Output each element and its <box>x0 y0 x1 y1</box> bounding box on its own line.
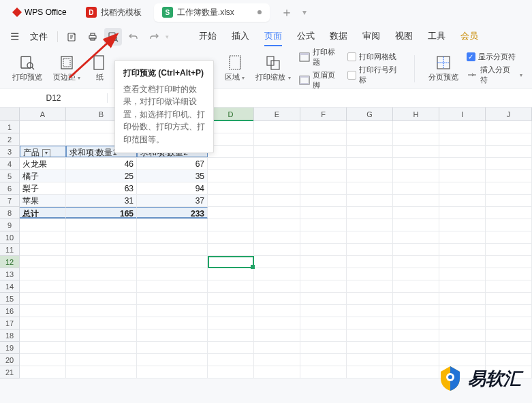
cell[interactable] <box>300 146 347 157</box>
cell[interactable] <box>208 158 254 170</box>
tab-tools[interactable]: 工具 <box>428 27 445 46</box>
cell[interactable] <box>208 219 254 231</box>
cell[interactable]: 产品▾ <box>20 146 66 157</box>
filter-dropdown-icon[interactable]: ▾ <box>42 149 50 157</box>
cell[interactable] <box>439 317 486 329</box>
cell[interactable] <box>66 280 137 292</box>
cells-area[interactable]: 产品▾求和项:数量1求和项:数量2火龙果4667橘子2535梨子6394苹果31… <box>20 121 532 378</box>
cell[interactable] <box>347 366 393 378</box>
cell[interactable]: 233 <box>137 207 208 219</box>
col-header-A[interactable]: A <box>20 108 66 120</box>
cell[interactable] <box>20 329 66 341</box>
row-header-15[interactable]: 15 <box>0 293 19 305</box>
cell[interactable]: 火龙果 <box>20 158 66 170</box>
tab-page-layout[interactable]: 页面 <box>264 27 282 46</box>
cell[interactable] <box>300 231 347 243</box>
cell[interactable] <box>393 207 439 219</box>
row-header-21[interactable]: 21 <box>0 366 19 378</box>
cell[interactable] <box>137 268 208 280</box>
cell[interactable] <box>208 121 254 133</box>
tab-insert[interactable]: 插入 <box>232 27 249 46</box>
tab-home[interactable]: 开始 <box>199 27 217 46</box>
cell[interactable] <box>20 268 66 280</box>
cell[interactable] <box>254 244 300 255</box>
row-header-5[interactable]: 5 <box>0 170 19 182</box>
cell[interactable] <box>393 342 439 353</box>
cell[interactable] <box>439 207 486 219</box>
cell[interactable] <box>300 219 347 231</box>
cell[interactable] <box>137 256 208 268</box>
spreadsheet-grid[interactable]: ABCDEFGHIJ 12345678910111213141516171819… <box>0 108 532 378</box>
cell[interactable] <box>439 219 486 231</box>
cell[interactable] <box>300 280 347 292</box>
cell[interactable] <box>347 293 393 304</box>
cell[interactable] <box>347 354 393 366</box>
cell[interactable] <box>208 268 254 280</box>
cell[interactable] <box>254 280 300 292</box>
cell[interactable]: 165 <box>66 207 137 219</box>
cell[interactable] <box>208 305 254 317</box>
cell[interactable] <box>137 244 208 255</box>
cell[interactable] <box>347 342 393 353</box>
cell[interactable] <box>347 170 393 182</box>
cell[interactable] <box>208 329 254 341</box>
cell[interactable] <box>208 342 254 353</box>
cell[interactable]: 67 <box>137 158 208 170</box>
col-header-F[interactable]: F <box>300 108 347 120</box>
cell[interactable] <box>393 268 439 280</box>
cell[interactable] <box>254 133 300 145</box>
row-header-10[interactable]: 10 <box>0 231 19 244</box>
cell[interactable] <box>137 342 208 353</box>
cell[interactable]: 94 <box>137 182 208 194</box>
cell[interactable] <box>254 207 300 219</box>
row-header-16[interactable]: 16 <box>0 305 19 317</box>
cell[interactable] <box>254 293 300 304</box>
cell[interactable]: 橘子 <box>20 170 66 182</box>
cell[interactable] <box>66 268 137 280</box>
cell[interactable] <box>254 121 300 133</box>
cell[interactable] <box>20 244 66 255</box>
cell[interactable] <box>254 268 300 280</box>
cell[interactable] <box>20 280 66 292</box>
cell[interactable] <box>254 195 300 206</box>
cell[interactable] <box>439 354 486 366</box>
cell[interactable] <box>486 293 532 304</box>
cell[interactable] <box>486 317 532 329</box>
cell[interactable] <box>347 207 393 219</box>
row-header-20[interactable]: 20 <box>0 354 19 366</box>
cell[interactable] <box>486 231 532 243</box>
row-header-13[interactable]: 13 <box>0 268 19 280</box>
cell[interactable] <box>137 354 208 366</box>
cell[interactable] <box>254 146 300 157</box>
cell[interactable] <box>439 133 486 145</box>
cell[interactable] <box>347 158 393 170</box>
show-breaks-checkbox[interactable]: ✓显示分页符 <box>467 52 522 62</box>
cell[interactable] <box>347 146 393 157</box>
col-header-J[interactable]: J <box>486 108 532 120</box>
cell[interactable] <box>486 207 532 219</box>
cell[interactable] <box>393 317 439 329</box>
cell[interactable] <box>208 133 254 145</box>
cell[interactable] <box>20 133 66 145</box>
cell[interactable]: 总计 <box>20 207 66 219</box>
cell[interactable] <box>439 244 486 255</box>
cell[interactable] <box>486 195 532 206</box>
cell[interactable] <box>137 280 208 292</box>
print-gridlines-checkbox[interactable]: 打印网格线 <box>347 52 403 62</box>
cell[interactable] <box>254 354 300 366</box>
cell[interactable] <box>486 133 532 145</box>
cell[interactable] <box>208 170 254 182</box>
qa-dropdown-icon[interactable]: ▾ <box>166 33 169 40</box>
cell[interactable] <box>137 293 208 304</box>
cell[interactable] <box>254 158 300 170</box>
print-area-button[interactable]: 区域 ▾ <box>222 54 247 82</box>
print-preview-button[interactable]: 打印预览 <box>10 54 45 82</box>
cell[interactable] <box>300 244 347 255</box>
cell[interactable] <box>486 182 532 194</box>
cell[interactable] <box>486 158 532 170</box>
wps-app-badge[interactable]: WPS Office <box>5 5 74 20</box>
export-icon[interactable] <box>63 28 81 46</box>
cell[interactable] <box>254 329 300 341</box>
cell[interactable] <box>439 280 486 292</box>
cell[interactable] <box>439 256 486 268</box>
